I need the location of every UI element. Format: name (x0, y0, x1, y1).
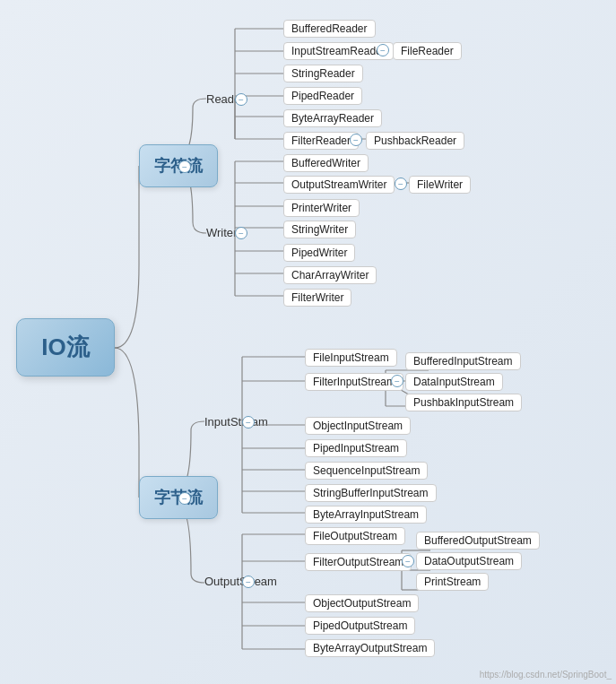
filter-outputstream: FilterOutputStream (305, 553, 412, 571)
bytearray-outputstream: ByteArrayOutputStream (305, 639, 435, 657)
buffered-inputstream: BufferedInputStream (405, 352, 521, 370)
data-outputstream: DataOutputStream (416, 552, 522, 570)
pushback-reader: PushbackReader (366, 132, 464, 150)
print-stream: PrintStream (416, 573, 489, 591)
sequence-inputstream: SequenceInputStream (305, 462, 428, 480)
piped-reader: PipedReader (283, 87, 362, 105)
filter-inputstream: FilterInputStream (305, 373, 403, 391)
data-inputstream: DataInputStream (405, 373, 503, 391)
inputstream-collapse[interactable]: − (242, 416, 255, 429)
piped-writer: PipedWriter (283, 244, 355, 262)
outputstream-writer-collapse[interactable]: − (395, 177, 407, 190)
file-inputstream: FileInputStream (305, 349, 397, 367)
io-diagram: IO流 字符流 − 字节流 − Reader − BufferedReader … (0, 0, 616, 684)
file-writer: FileWriter (409, 176, 471, 194)
bytearray-inputstream: ByteArrayInputStream (305, 506, 427, 524)
pushbak-inputstream: PushbakInputStream (405, 394, 522, 411)
piped-outputstream: PipedOutputStream (305, 617, 415, 635)
char-flow-collapse[interactable]: − (178, 160, 191, 173)
filter-outputstream-collapse[interactable]: − (402, 555, 414, 567)
buffered-outputstream: BufferedOutputStream (416, 532, 540, 550)
buffered-reader: BufferedReader (283, 20, 376, 38)
filter-reader: FilterReader (283, 132, 359, 150)
reader-collapse[interactable]: − (235, 93, 247, 106)
outputstream-writer: OutputStreamWriter (283, 176, 395, 194)
string-writer: StringWriter (283, 221, 356, 238)
printer-writer: PrinterWriter (283, 199, 360, 217)
outputstream-collapse[interactable]: − (242, 576, 255, 588)
byte-flow-collapse[interactable]: − (178, 492, 191, 505)
file-outputstream: FileOutputStream (305, 527, 405, 545)
filter-inputstream-collapse[interactable]: − (391, 375, 403, 387)
file-reader: FileReader (393, 42, 462, 60)
root-node: IO流 (16, 318, 115, 377)
writer-collapse[interactable]: − (235, 227, 247, 239)
object-outputstream: ObjectOutputStream (305, 594, 419, 612)
object-inputstream: ObjectInputStream (305, 417, 411, 435)
chararray-writer: CharArrayWriter (283, 266, 377, 284)
bytearray-reader: ByteArrayReader (283, 109, 382, 127)
piped-inputstream: PipedInputStream (305, 439, 407, 457)
filter-writer: FilterWriter (283, 289, 351, 307)
root-label: IO流 (41, 332, 89, 363)
buffered-writer: BufferedWriter (283, 154, 369, 172)
inputstream-reader-collapse[interactable]: − (377, 44, 389, 56)
filter-reader-collapse[interactable]: − (350, 134, 362, 146)
string-reader: StringReader (283, 65, 363, 82)
stringbuffer-inputstream: StringBufferInputStream (305, 484, 437, 502)
